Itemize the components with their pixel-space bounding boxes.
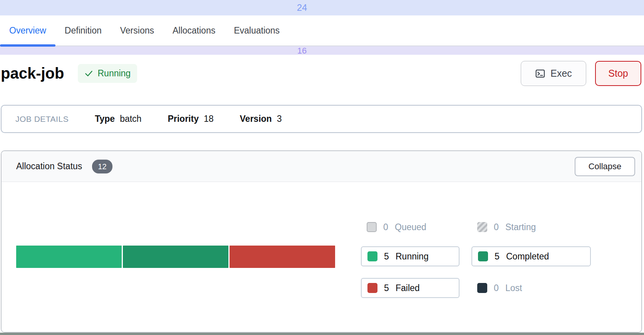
job-tab-bar: Overview Definition Versions Allocations… (0, 15, 644, 46)
allocation-status-panel: Allocation Status 12 Collapse 0 Queued 0… (1, 150, 642, 333)
allocation-status-legend: 0 Queued 0 Starting 5 Running 5 Complete… (361, 219, 591, 298)
spacing-overlay-16-label: 16 (0, 46, 604, 55)
job-version-field: Version 3 (240, 114, 282, 124)
check-icon (84, 69, 93, 78)
job-priority-field: Priority 18 (168, 114, 213, 124)
chart-segment-failed[interactable] (230, 246, 335, 268)
legend-starting-label: Starting (505, 222, 536, 232)
legend-lost-count: 0 (494, 283, 499, 293)
legend-queued-label: Queued (395, 222, 426, 232)
legend-item-completed[interactable]: 5 Completed (471, 246, 591, 266)
failed-swatch-icon (367, 283, 377, 293)
tab-versions-label: Versions (120, 25, 154, 36)
page-header: pack-job Running Exec Stop (0, 61, 644, 86)
job-priority-label: Priority (168, 114, 199, 124)
tab-evaluations-label: Evaluations (234, 25, 280, 36)
legend-item-queued: 0 Queued (361, 219, 460, 235)
spacing-overlay-24: 24 (0, 0, 644, 15)
completed-swatch-icon (478, 251, 488, 261)
tab-allocations[interactable]: Allocations (163, 15, 225, 45)
legend-completed-count: 5 (495, 251, 500, 262)
legend-running-label: Running (396, 251, 429, 262)
legend-item-running[interactable]: 5 Running (361, 246, 460, 266)
exec-button[interactable]: Exec (521, 61, 586, 86)
tab-versions[interactable]: Versions (111, 15, 163, 45)
allocation-status-title: Allocation Status (16, 161, 82, 172)
legend-queued-count: 0 (383, 222, 388, 232)
collapse-button[interactable]: Collapse (575, 157, 635, 176)
chart-segment-running[interactable] (16, 246, 122, 268)
tab-definition[interactable]: Definition (55, 15, 111, 45)
tab-definition-label: Definition (65, 25, 102, 36)
starting-swatch-icon (477, 222, 487, 232)
job-version-value: 3 (277, 114, 282, 124)
tab-overview[interactable]: Overview (0, 15, 55, 45)
job-type-label: Type (95, 114, 115, 124)
exec-button-label: Exec (550, 68, 572, 79)
tab-allocations-label: Allocations (173, 25, 215, 36)
running-swatch-icon (367, 251, 377, 261)
legend-completed-label: Completed (506, 251, 549, 262)
legend-lost-label: Lost (505, 283, 522, 293)
legend-starting-count: 0 (494, 222, 499, 232)
legend-failed-label: Failed (396, 283, 420, 293)
spacing-overlay-16: 16 (0, 46, 644, 55)
legend-item-starting: 0 Starting (471, 219, 591, 235)
legend-item-failed[interactable]: 5 Failed (361, 278, 460, 298)
spacing-overlay-24-label: 24 (0, 0, 604, 15)
allocation-status-chart (16, 246, 335, 268)
allocation-count-badge: 12 (92, 160, 112, 173)
allocation-status-header: Allocation Status 12 Collapse (2, 151, 641, 182)
queued-swatch-icon (367, 222, 377, 232)
legend-failed-count: 5 (384, 283, 389, 293)
page-title: pack-job (1, 65, 64, 82)
legend-item-lost: 0 Lost (471, 278, 591, 298)
lost-swatch-icon (477, 283, 487, 293)
job-details-bar: JOB DETAILS Type batch Priority 18 Versi… (1, 105, 642, 133)
stop-button-label: Stop (608, 68, 628, 79)
collapse-button-label: Collapse (589, 162, 622, 172)
terminal-icon (535, 68, 545, 79)
status-badge: Running (78, 64, 137, 83)
job-priority-value: 18 (204, 114, 214, 124)
stop-button[interactable]: Stop (595, 61, 641, 86)
job-version-label: Version (240, 114, 272, 124)
job-details-section-label: JOB DETAILS (15, 114, 69, 124)
job-type-field: Type batch (95, 114, 141, 124)
status-badge-label: Running (97, 68, 131, 79)
chart-segment-completed[interactable] (123, 246, 228, 268)
tab-evaluations[interactable]: Evaluations (225, 15, 289, 45)
legend-running-count: 5 (384, 251, 389, 262)
next-section-edge (0, 333, 644, 335)
tab-overview-label: Overview (9, 25, 46, 36)
allocation-status-body: 0 Queued 0 Starting 5 Running 5 Complete… (2, 182, 641, 332)
job-type-value: batch (120, 114, 141, 124)
